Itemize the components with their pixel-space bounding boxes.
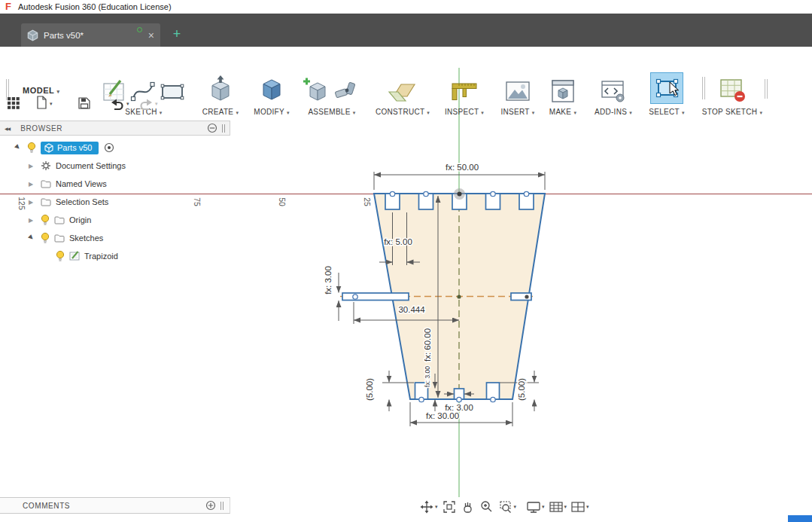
- activate-component-radio-icon[interactable]: [103, 142, 115, 154]
- file-menu-icon[interactable]: [36, 96, 47, 110]
- app-grid-icon[interactable]: [8, 97, 20, 109]
- browser-row-selection-sets[interactable]: ▶ Selection Sets: [0, 193, 230, 211]
- ribbon-group-stop-sketch: STOP SKETCH ▾: [695, 69, 770, 116]
- dimension-top-width[interactable]: fx: 50.00: [446, 163, 479, 172]
- folder-icon: [54, 215, 65, 224]
- stop-sketch-icon[interactable]: [717, 75, 747, 104]
- 3d-print-icon[interactable]: [549, 78, 576, 104]
- expand-icon[interactable]: ▶: [29, 217, 36, 224]
- new-component-icon[interactable]: [303, 77, 330, 104]
- collapse-panel-icon[interactable]: ◀◀: [5, 126, 10, 131]
- rectangle-tool-icon[interactable]: [159, 78, 186, 104]
- dropdown-caret-icon[interactable]: ▾: [759, 110, 762, 115]
- hide-panel-icon[interactable]: [207, 123, 217, 133]
- dimension-bottom-notch-right[interactable]: (5.00): [517, 378, 526, 401]
- sketch-point[interactable]: [524, 191, 528, 196]
- app-title: Autodesk Fusion 360 (Education License): [18, 2, 172, 11]
- expand-icon[interactable]: ▶: [29, 163, 36, 169]
- sketch-point[interactable]: [424, 191, 428, 196]
- panel-grip[interactable]: [220, 502, 224, 510]
- tree-item-label: Trapizoid: [84, 252, 118, 261]
- viewports-icon[interactable]: [570, 499, 585, 514]
- nav-caret-icon[interactable]: ▾: [564, 504, 567, 510]
- file-menu-caret-icon[interactable]: ▾: [50, 101, 53, 107]
- zoom-window-icon[interactable]: [498, 499, 513, 514]
- sketch-item-icon: [69, 251, 80, 261]
- browser-row-origin[interactable]: ▶ Origin: [0, 211, 230, 229]
- sketch-point[interactable]: [457, 397, 461, 401]
- sketch-point[interactable]: [419, 397, 424, 401]
- display-settings-icon[interactable]: [526, 499, 541, 514]
- panel-grip[interactable]: [222, 124, 225, 133]
- measure-icon[interactable]: [450, 77, 479, 104]
- expand-icon[interactable]: ▶: [27, 233, 37, 243]
- add-comment-icon[interactable]: [205, 500, 216, 511]
- close-tab-icon[interactable]: ×: [148, 30, 154, 41]
- dropdown-caret-icon[interactable]: ▾: [573, 110, 576, 115]
- dropdown-caret-icon[interactable]: ▾: [682, 110, 685, 115]
- pan-hand-icon[interactable]: [461, 499, 476, 514]
- nav-caret-icon[interactable]: ▾: [514, 504, 517, 510]
- position-move-icon[interactable]: [419, 499, 434, 514]
- dropdown-caret-icon[interactable]: ▾: [236, 110, 239, 115]
- redo-icon[interactable]: [139, 98, 153, 110]
- undo-icon[interactable]: [111, 98, 124, 110]
- browser-row-sketches[interactable]: ▶ Sketches: [0, 229, 230, 247]
- construction-plane-icon[interactable]: [388, 77, 418, 104]
- dropdown-caret-icon[interactable]: ▾: [481, 110, 484, 115]
- sketch-point[interactable]: [353, 295, 357, 299]
- nav-caret-icon[interactable]: ▾: [542, 504, 545, 510]
- dimension-total-height[interactable]: fx: 60.00: [423, 328, 432, 362]
- origin-point[interactable]: [457, 295, 461, 298]
- expand-icon[interactable]: ▶: [29, 199, 36, 206]
- visibility-bulb-icon[interactable]: [56, 250, 65, 262]
- browser-panel-header[interactable]: ◀◀ BROWSER: [0, 121, 230, 136]
- dropdown-caret-icon[interactable]: ▾: [160, 110, 163, 115]
- create-solid-icon[interactable]: [207, 75, 234, 104]
- insert-image-icon[interactable]: [504, 80, 531, 104]
- browser-row-named-views[interactable]: ▶ Named Views: [0, 175, 230, 193]
- visibility-bulb-icon[interactable]: [41, 232, 50, 244]
- browser-row-root[interactable]: ▶ Parts v50: [0, 139, 230, 157]
- grid-snap-icon[interactable]: [549, 499, 564, 514]
- browser-row-trapizoid[interactable]: Trapizoid: [0, 247, 230, 265]
- root-item-label: Parts v50: [57, 143, 92, 152]
- dimension-slot-height[interactable]: fx: 3.00: [324, 266, 333, 295]
- workspace-selector[interactable]: MODEL ▾: [23, 86, 59, 95]
- save-icon[interactable]: [78, 97, 90, 109]
- expand-icon[interactable]: ▶: [14, 142, 23, 152]
- undo-caret-icon[interactable]: ▾: [126, 101, 129, 107]
- browser-row-document-settings[interactable]: ▶ Document Settings: [0, 157, 230, 175]
- zoom-icon[interactable]: [479, 499, 494, 514]
- fit-view-icon[interactable]: [442, 499, 457, 514]
- sketch-point[interactable]: [491, 191, 495, 196]
- joint-icon[interactable]: [333, 77, 361, 104]
- dimension-center-notch-height[interactable]: fx: 3.00: [424, 366, 431, 387]
- sketch-point[interactable]: [525, 295, 528, 298]
- scripts-addins-icon[interactable]: [600, 78, 627, 104]
- dropdown-caret-icon[interactable]: ▾: [287, 110, 290, 115]
- browser-root-item[interactable]: Parts v50: [41, 142, 99, 154]
- nav-caret-icon[interactable]: ▾: [586, 504, 589, 510]
- new-tab-button[interactable]: +: [170, 28, 184, 41]
- tree-item-label: Origin: [69, 215, 91, 224]
- press-pull-icon[interactable]: [258, 77, 285, 104]
- document-tab[interactable]: Parts v50* ×: [21, 23, 160, 47]
- expand-icon[interactable]: ▶: [29, 181, 36, 188]
- nav-caret-icon[interactable]: ▾: [435, 504, 438, 510]
- redo-caret-icon[interactable]: ▾: [155, 101, 158, 107]
- sketch-point[interactable]: [491, 397, 495, 401]
- dimension-bottom-notch-left[interactable]: (5.00): [365, 378, 374, 401]
- visibility-bulb-icon[interactable]: [41, 214, 50, 226]
- dimension-notch-width[interactable]: fx: 5.00: [384, 237, 412, 246]
- dimension-bottom-width[interactable]: fx: 30.00: [426, 411, 459, 420]
- dimension-slot-span[interactable]: 30.444: [398, 305, 425, 314]
- selected-sketch-point[interactable]: [458, 192, 462, 197]
- dropdown-caret-icon[interactable]: ▾: [629, 110, 632, 115]
- toolbar-grip[interactable]: [765, 79, 768, 99]
- dropdown-caret-icon[interactable]: ▾: [353, 110, 356, 115]
- dropdown-caret-icon[interactable]: ▾: [427, 110, 430, 115]
- visibility-bulb-icon[interactable]: [27, 142, 36, 154]
- comments-bar[interactable]: COMMENTS: [0, 497, 230, 514]
- sketch-point[interactable]: [390, 191, 394, 196]
